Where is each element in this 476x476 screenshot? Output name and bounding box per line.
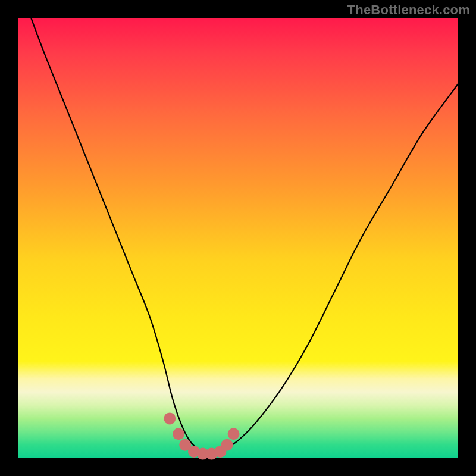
plot-area [18, 18, 458, 458]
bottleneck-curve-path [31, 18, 458, 455]
marker-dot [164, 412, 176, 424]
curve-svg [18, 18, 458, 458]
marker-dot [173, 428, 184, 440]
marker-group [164, 412, 239, 459]
watermark-label: TheBottleneck.com [347, 2, 470, 18]
marker-dot [221, 439, 233, 451]
marker-dot [228, 428, 240, 440]
chart-stage: TheBottleneck.com [0, 0, 476, 476]
